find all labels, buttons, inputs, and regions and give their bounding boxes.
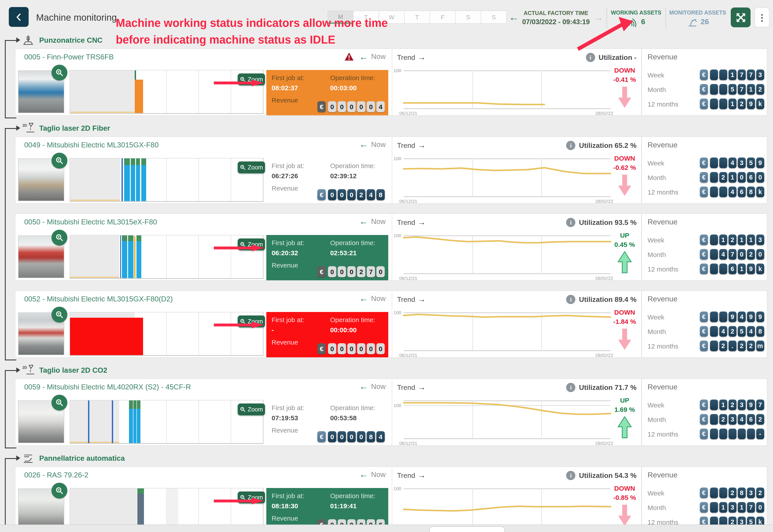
machine-name[interactable]: 0026 - RAS 79.26-2 — [24, 471, 88, 479]
utilization-group: i Utilization 54.3 % — [566, 471, 637, 480]
annotation-arrow — [212, 498, 265, 504]
machine-name[interactable]: 0052 - Mitsubishi Electric ML3015GX-F80(… — [24, 295, 173, 303]
trend-panel: Trend → i Utilization 89.4 % 100 06/12/2… — [392, 291, 767, 357]
trend-header[interactable]: Trend → — [397, 295, 426, 304]
trend-arrow-icon: → — [418, 383, 426, 392]
trend-header[interactable]: Trend → — [397, 218, 426, 227]
trend-chart[interactable]: 100 06/12/21 28/02/22 — [404, 158, 611, 197]
operation-time-label: Operation time: — [330, 492, 375, 499]
down-arrow-icon — [618, 86, 632, 108]
machine-timeline[interactable] — [70, 235, 264, 279]
timeline-segment — [134, 80, 143, 113]
currency-cell: € — [700, 249, 708, 260]
magnifier-badge-icon[interactable] — [51, 230, 67, 246]
revenue-week-odometer: €4359 — [700, 158, 764, 168]
x-axis-end-label: 28/02/22 — [595, 440, 613, 446]
delta-direction: UP — [611, 231, 638, 239]
digit-cell: 3 — [756, 235, 764, 245]
first-job-label: First job at: — [271, 316, 304, 323]
trend-header[interactable]: Trend → — [397, 141, 426, 150]
magnifier-badge-icon[interactable] — [51, 395, 67, 411]
now-indicator: ← Now — [359, 217, 385, 226]
info-icon[interactable]: i — [566, 295, 576, 304]
currency-cell: € — [700, 264, 708, 274]
digit-cell: 9 — [747, 264, 755, 274]
revenue-12months-label: 12 months — [648, 188, 700, 196]
machine-card: 0005 - Finn-Power TRS6FB ← Now Zoom — [15, 48, 767, 116]
trend-chart[interactable]: 100 06/12/21 28/02/22 — [404, 235, 611, 274]
currency-cell: € — [317, 431, 326, 442]
info-icon[interactable]: i — [566, 383, 576, 392]
info-icon[interactable]: i — [566, 471, 576, 480]
annotation-arrow — [212, 322, 265, 328]
down-arrow-icon — [618, 174, 632, 196]
digit-cell — [710, 326, 718, 337]
trend-chart[interactable]: 100 06/12/21 28/02/22 — [404, 488, 611, 527]
currency-cell: € — [700, 488, 708, 498]
machine-name[interactable]: 0050 - Mitsubishi Electric ML3015eX-F80 — [24, 218, 157, 226]
info-icon[interactable]: i — [586, 53, 595, 62]
revenue-12months-row: 12 months €2.22m — [648, 341, 764, 351]
machine-card: 0059 - Mitsubishi Electric ML4020RX (S2)… — [15, 378, 767, 446]
machine-timeline[interactable] — [70, 158, 264, 202]
machine-timeline[interactable] — [70, 70, 264, 114]
digit-cell — [710, 429, 718, 439]
info-icon[interactable]: i — [566, 218, 576, 227]
machine-photo[interactable] — [18, 312, 64, 355]
trend-chart[interactable]: 100 06/12/21 28/02/22 — [404, 312, 611, 351]
machine-photo[interactable] — [18, 158, 64, 201]
machine-photo[interactable] — [18, 70, 64, 113]
machine-photo[interactable] — [18, 235, 64, 278]
magnifier-badge-icon[interactable] — [51, 65, 67, 81]
now-indicator: ← Now — [359, 470, 385, 479]
section-header: 2D Taglio laser 2D CO2 — [0, 364, 773, 376]
machine-section: Punzonatrice CNC 0005 - Finn-Power TRS6F… — [0, 34, 773, 116]
digit-cell — [710, 70, 718, 80]
digit-cell — [710, 158, 718, 168]
operation-time-value: 01:19:41 — [330, 502, 375, 510]
trend-label: Trend — [397, 471, 415, 479]
timeline-segment — [136, 241, 141, 278]
revenue-week-odometer: €12397 — [700, 400, 764, 410]
revenue-month-row: Month €23462 — [648, 414, 764, 425]
currency-cell: € — [317, 343, 326, 354]
machine-photo[interactable] — [18, 400, 64, 443]
trend-line-chart — [404, 400, 611, 439]
revenue-title: Revenue — [648, 53, 678, 62]
machine-info-panel: First job at: 07:19:53 Operation time: 0… — [266, 400, 388, 445]
revenue-summary: Revenue Week €4359 Month €21060 12 month… — [648, 137, 767, 203]
first-job-label: First job at: — [271, 162, 304, 169]
revenue-week-odometer: €9499 — [700, 312, 764, 322]
trend-header[interactable]: Trend → — [397, 53, 426, 62]
machine-name[interactable]: 0005 - Finn-Power TRS6FB — [24, 53, 114, 61]
machine-name[interactable]: 0059 - Mitsubishi Electric ML4020RX (S2)… — [24, 383, 191, 391]
info-icon[interactable]: i — [566, 141, 576, 150]
machine-timeline[interactable] — [70, 312, 264, 356]
x-axis-start-label: 06/12/21 — [399, 110, 417, 116]
digit-cell: 2 — [728, 235, 736, 245]
machine-timeline[interactable] — [70, 400, 264, 444]
machine-name[interactable]: 0049 - Mitsubishi Electric ML3015GX-F80 — [24, 141, 159, 149]
zoom-button[interactable]: Zoom — [238, 404, 265, 415]
zoom-button[interactable]: Zoom — [238, 161, 265, 173]
trend-header[interactable]: Trend → — [397, 383, 426, 392]
digit-cell: 9 — [747, 312, 755, 322]
digit-cell — [719, 99, 727, 109]
digit-cell: 0 — [337, 343, 346, 354]
digit-cell — [738, 429, 746, 439]
utilization-value: Utilization 65.2 % — [579, 141, 637, 149]
digit-cell: 4 — [738, 414, 746, 425]
magnifier-badge-icon[interactable] — [51, 307, 67, 323]
trend-chart[interactable]: 100 06/12/21 28/02/22 — [404, 400, 611, 439]
magnifier-badge-icon[interactable] — [51, 153, 67, 169]
digit-cell: 6 — [738, 187, 746, 197]
revenue-month-row: Month €42548 — [648, 326, 764, 337]
trend-chart[interactable]: 100 06/12/21 28/02/22 — [404, 70, 611, 109]
down-arrow-icon — [618, 504, 632, 526]
horizontal-scrollbar[interactable] — [429, 526, 505, 532]
digit-cell: 7 — [367, 266, 375, 277]
divider — [641, 214, 642, 280]
svg-text:2D: 2D — [22, 366, 27, 369]
magnifier-badge-icon[interactable] — [51, 483, 67, 499]
trend-header[interactable]: Trend → — [397, 471, 426, 480]
